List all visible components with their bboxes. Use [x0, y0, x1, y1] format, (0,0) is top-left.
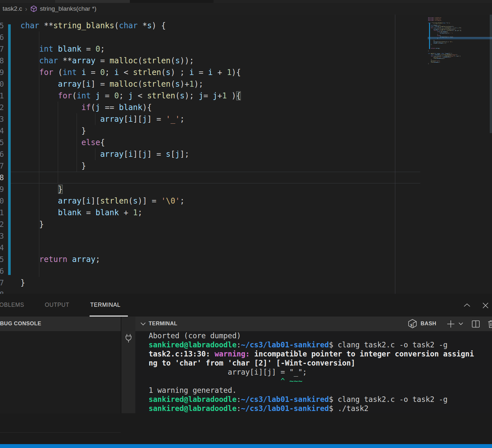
line-number: 22 — [0, 218, 4, 230]
code-token: string_blanks — [433, 22, 442, 23]
code-token: } — [20, 278, 25, 287]
shell-type-label[interactable]: BASH — [421, 320, 436, 327]
code-token: s — [175, 80, 180, 89]
terminal-line: task2.c:13:30: warning: incompatible poi… — [149, 349, 474, 358]
breadcrumb-file[interactable]: task2.c — [3, 5, 22, 12]
tab-strip-remnant — [0, 0, 492, 3]
code-token: j — [213, 91, 217, 100]
minimap-code: #include <stdlib.h>#include <stdio.h>#in… — [428, 17, 492, 64]
code-token: ( — [138, 80, 142, 89]
code-token: ** — [58, 56, 72, 65]
code-token: ( — [138, 56, 142, 65]
code-token: { — [236, 91, 241, 100]
code-token: ); — [439, 62, 440, 63]
debug-console-header[interactable]: BUG CONSOLE — [0, 320, 41, 327]
close-panel-icon[interactable] — [482, 302, 489, 310]
line-number: 6 — [0, 31, 4, 43]
terminal-header: TERMINAL — [149, 320, 177, 327]
code-token: j — [142, 115, 147, 124]
code-token: 0 — [100, 68, 105, 77]
code-token — [20, 80, 58, 89]
modified-lines-gutter — [8, 24, 11, 275]
code-token: s — [180, 91, 184, 100]
debug-console-content[interactable] — [0, 331, 121, 413]
terminal-text: $ ./task2 — [329, 404, 368, 413]
vscode-window: task2.c › string_blanks(char *) 56789101… — [0, 0, 492, 448]
breadcrumb: task2.c › string_blanks(char *) — [0, 3, 492, 15]
code-token: = — [81, 44, 95, 54]
code-token: ] = — [447, 36, 450, 37]
code-token: s — [133, 196, 138, 205]
kill-terminal-trash-icon[interactable] — [487, 319, 492, 330]
line-number: 26 — [0, 265, 4, 277]
code-token — [91, 91, 95, 100]
code-editor[interactable]: 5678910111213141516171819202122232425262… — [0, 15, 492, 294]
code-token: strlen — [147, 91, 175, 100]
code-line — [20, 31, 241, 43]
code-token: )] = — [138, 196, 161, 205]
code-token: blank — [58, 208, 81, 217]
code-token: + — [213, 68, 227, 77]
code-line: blank = blank + 1; — [20, 207, 241, 218]
code-token: blank — [119, 103, 142, 112]
code-token: [ — [124, 115, 128, 124]
code-token: array — [440, 36, 444, 37]
code-line: } — [20, 277, 241, 289]
code-line: array[i][j] = '_'; — [20, 113, 241, 125]
code-token: ]; — [452, 36, 453, 37]
debug-plug-icon[interactable] — [124, 333, 133, 346]
code-token: free — [434, 58, 437, 59]
line-number: 5 — [0, 20, 4, 31]
terminal-text: sankired@labradoodle — [149, 404, 237, 413]
code-token — [20, 103, 81, 112]
code-token: ( — [175, 91, 180, 100]
code-token: blanks — [437, 58, 441, 59]
code-token — [68, 255, 72, 264]
code-token: int — [77, 91, 91, 100]
status-bar[interactable] — [0, 444, 492, 448]
editor-ruler — [395, 15, 395, 294]
terminal-dropdown-icon[interactable] — [458, 321, 464, 328]
code-line: } — [20, 125, 241, 137]
code-token: ] = — [447, 33, 450, 34]
terminal-output: Aborted (core dumped)sankired@labradoodl… — [149, 331, 474, 413]
code-token — [53, 44, 58, 54]
line-number: 14 — [0, 125, 4, 137]
terminal-collapse-chevron-icon[interactable] — [140, 321, 147, 329]
code-token: = — [203, 91, 213, 100]
minimap[interactable]: #include <stdlib.h>#include <stdio.h>#in… — [428, 17, 492, 76]
code-token: array — [58, 196, 81, 205]
tab-output[interactable]: OUTPUT — [45, 302, 69, 308]
split-terminal-icon[interactable] — [471, 320, 480, 330]
terminal-text: ~/cs3/lab01-sankired — [241, 341, 329, 349]
terminal-line: double free or corruption (out) — [149, 413, 474, 413]
code-token: ]); — [449, 57, 451, 58]
code-token: i — [128, 115, 133, 124]
code-token: j — [199, 91, 203, 100]
tab-problems[interactable]: OBLEMS — [0, 302, 24, 308]
new-terminal-icon[interactable] — [446, 319, 456, 330]
breadcrumb-symbol[interactable]: string_blanks(char *) — [40, 5, 96, 12]
terminal-text: sankired@labradoodle — [149, 395, 237, 404]
terminal-line: array[i][j] = "_"; — [149, 367, 474, 377]
code-token: ( — [128, 196, 133, 205]
code-token: ) — [227, 91, 236, 100]
code-token: 0 — [114, 91, 119, 100]
line-number: 24 — [0, 242, 4, 254]
code-token: ){ — [142, 103, 152, 112]
code-token: ( — [170, 56, 175, 65]
line-number: 23 — [0, 230, 4, 242]
line-number: 8 — [0, 55, 4, 67]
tab-strip-segment — [55, 0, 130, 3]
code-token: if — [81, 103, 91, 112]
code-token: } — [58, 185, 63, 194]
terminal-content[interactable]: Aborted (core dumped)sankired@labradoodl… — [135, 331, 492, 413]
line-number: 17 — [0, 160, 4, 172]
panel-maximize-icon[interactable] — [463, 302, 471, 309]
terminal-line: 1 warning generated. — [149, 386, 474, 395]
code-token: array — [436, 48, 439, 49]
code-token: ]); — [443, 58, 445, 59]
code-token: 1 — [133, 208, 138, 217]
code-token: ] = — [91, 80, 110, 89]
tab-terminal[interactable]: TERMINAL — [90, 302, 120, 308]
